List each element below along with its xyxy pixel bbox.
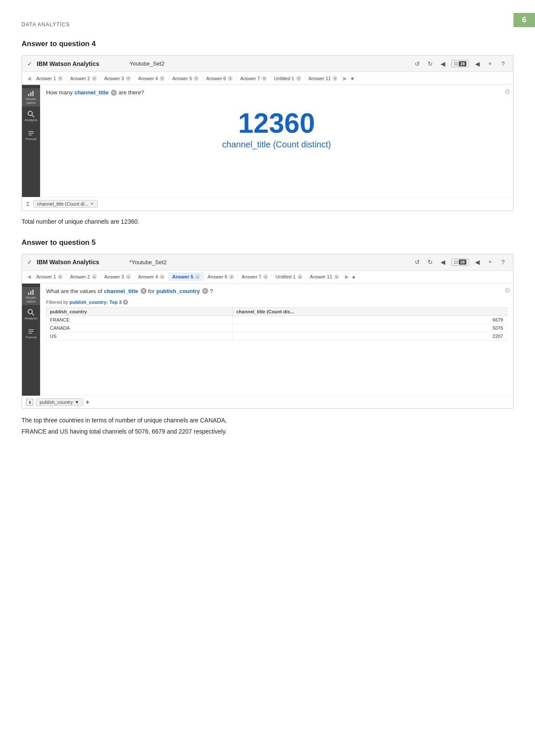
- tab-close-4-u[interactable]: ●: [296, 76, 301, 81]
- tab-answer5-5[interactable]: Answer 5 ●: [169, 272, 204, 281]
- svg-point-3: [28, 111, 32, 116]
- sidebar-label-analysis-4: Analysis: [25, 119, 38, 122]
- tab-answer3-4[interactable]: Answer 3 ●: [101, 74, 135, 83]
- tabs-more-4[interactable]: ●: [350, 75, 354, 81]
- sidebar-format-4[interactable]: Format: [22, 126, 40, 144]
- question-text-5b: for: [148, 288, 155, 294]
- redo-icon[interactable]: ↻: [425, 59, 435, 69]
- table-row: US 2207: [47, 332, 507, 340]
- tabs-prev-5[interactable]: ◀: [25, 274, 33, 280]
- country-france: FRANCE: [47, 316, 233, 324]
- publish-country-close-5[interactable]: ✕: [202, 288, 208, 294]
- tab-label: Answer 5: [172, 274, 193, 279]
- tab-answer2-4[interactable]: Answer 2 ●: [67, 74, 101, 83]
- tab-close-5-5[interactable]: ●: [195, 274, 200, 279]
- table-row: FRANCE 6679: [47, 316, 507, 324]
- undo-icon[interactable]: ↺: [413, 59, 422, 69]
- section5-heading: Answer to question 5: [22, 238, 513, 247]
- sidebar-visualisation-4[interactable]: Visuali­sation: [22, 88, 40, 106]
- sidebar-label-format-4: Format: [25, 137, 36, 141]
- share-icon[interactable]: ◀: [438, 59, 448, 69]
- search-icon-5[interactable]: ⚬: [485, 257, 495, 267]
- share-icon-5[interactable]: ◀: [438, 257, 448, 267]
- tab-answer6-5[interactable]: Answer 6 ●: [204, 272, 238, 281]
- tab-close-5-7[interactable]: ●: [263, 274, 268, 279]
- tab-close-5-3[interactable]: ●: [126, 274, 131, 279]
- footer-5: ▮ publish_country ▼ +: [22, 396, 513, 408]
- table-header-row: publish_country channel_title (Count dis…: [47, 307, 507, 316]
- sidebar-label-analysis-5: Analysis: [25, 317, 38, 321]
- view-pill[interactable]: ⊡ 28: [451, 60, 469, 67]
- tab-label: Untitled 1: [274, 76, 294, 81]
- back-icon[interactable]: ◀: [472, 59, 482, 69]
- sidebar-format-5[interactable]: Format: [22, 325, 40, 343]
- sidebar-analysis-4[interactable]: Analysis: [22, 107, 40, 125]
- tab-answer4-4[interactable]: Answer 4 ●: [135, 74, 169, 83]
- question-mark-5: ?: [210, 288, 213, 294]
- table-icon-5: ▮: [26, 399, 33, 406]
- tab-answer3-5[interactable]: Answer 3 ●: [101, 272, 135, 281]
- svg-rect-1: [30, 92, 31, 96]
- sidebar-analysis-5[interactable]: Analysis: [22, 306, 40, 324]
- footer-tag-4[interactable]: channel_title (Count di... ▼: [33, 200, 98, 208]
- tab-close-4-3[interactable]: ●: [126, 76, 131, 81]
- count-subtitle: channel_title (Count distinct): [46, 140, 507, 150]
- toolbar-chevron-4[interactable]: ✓: [27, 60, 32, 67]
- tab-answer1-4[interactable]: Answer 1 ●: [33, 74, 67, 83]
- view-count-5: 28: [459, 259, 466, 265]
- settings-gear-4[interactable]: ⚙: [504, 87, 510, 96]
- tab-close-4-4[interactable]: ●: [160, 76, 165, 81]
- tab-untitled1-5[interactable]: Untitled 1 ●: [272, 272, 306, 281]
- sigma-icon-4: Σ: [26, 201, 30, 207]
- undo-icon-5[interactable]: ↺: [413, 257, 422, 267]
- toolbar-5: ✓ IBM Watson Analytics *Youtube_Set2 ↺ ↻…: [22, 254, 513, 271]
- tab-close-5-1[interactable]: ●: [58, 274, 63, 279]
- svg-line-12: [32, 313, 34, 316]
- tab-close-5-6[interactable]: ●: [229, 274, 234, 279]
- tab-answer1-5[interactable]: Answer 1 ●: [33, 272, 67, 281]
- back-icon-5[interactable]: ◀: [472, 257, 482, 267]
- tab-answer2-5[interactable]: Answer 2 ●: [67, 272, 101, 281]
- add-column-btn-5[interactable]: +: [86, 399, 89, 406]
- tabs-next-5[interactable]: ▶: [343, 274, 350, 280]
- tabs-next-4[interactable]: ▶: [341, 75, 349, 81]
- view-pill-5[interactable]: ⊡ 28: [451, 259, 469, 266]
- tab-close-5-4[interactable]: ●: [160, 274, 165, 279]
- settings-gear-5[interactable]: ⚙: [504, 286, 510, 294]
- tab-answer11-5[interactable]: Answer 11 ●: [307, 272, 343, 281]
- tab-close-5-2[interactable]: ●: [92, 274, 97, 279]
- help-icon[interactable]: ?: [498, 59, 508, 69]
- tab-answer6-4[interactable]: Answer 6 ●: [203, 74, 237, 83]
- tab-close-4-11[interactable]: ●: [332, 76, 338, 81]
- country-us: US: [47, 332, 233, 340]
- toolbar-chevron-5[interactable]: ✓: [27, 259, 32, 266]
- search-icon[interactable]: ⚬: [485, 59, 495, 69]
- tab-answer7-5[interactable]: Answer 7 ●: [238, 272, 272, 281]
- tab-answer4-5[interactable]: Answer 4 ●: [135, 272, 169, 281]
- page-header: DATA ANALYTICS: [22, 22, 513, 28]
- tab-answer7-4[interactable]: Answer 7 ●: [237, 74, 271, 83]
- tab-answer11-4[interactable]: Answer 11 ●: [305, 74, 342, 83]
- redo-icon-5[interactable]: ↻: [425, 257, 435, 267]
- tabs-prev-4[interactable]: ◀: [25, 75, 33, 81]
- tab-close-4-2[interactable]: ●: [92, 76, 97, 81]
- tab-label: Answer 4: [138, 274, 158, 279]
- tab-close-5-11[interactable]: ●: [334, 274, 339, 279]
- paragraph-5-line2: FRANCE and US having total channels of 5…: [22, 428, 227, 435]
- help-icon-5[interactable]: ?: [498, 257, 508, 267]
- sidebar-visualisation-5[interactable]: Visuali­sation: [22, 287, 40, 305]
- tab-untitled1-4[interactable]: Untitled 1 ●: [271, 74, 305, 83]
- tab-close-4-5[interactable]: ●: [194, 76, 199, 81]
- channel-title-close-5[interactable]: ✕: [141, 288, 147, 294]
- svg-point-11: [28, 309, 32, 314]
- footer-tag-5[interactable]: publish_country ▼: [36, 398, 83, 406]
- tab-label: Answer 3: [104, 76, 124, 81]
- tabs-more-5[interactable]: ●: [352, 274, 356, 280]
- tab-close-4-6[interactable]: ●: [228, 76, 233, 81]
- filter-close-5[interactable]: ✕: [123, 300, 128, 305]
- channel-title-close-4[interactable]: ✕: [111, 90, 117, 96]
- tab-close-5-u[interactable]: ●: [297, 274, 303, 279]
- tab-close-4-7[interactable]: ●: [262, 76, 267, 81]
- tab-answer5-4[interactable]: Answer 5 ●: [169, 74, 203, 83]
- tab-close-4-1[interactable]: ●: [58, 76, 63, 81]
